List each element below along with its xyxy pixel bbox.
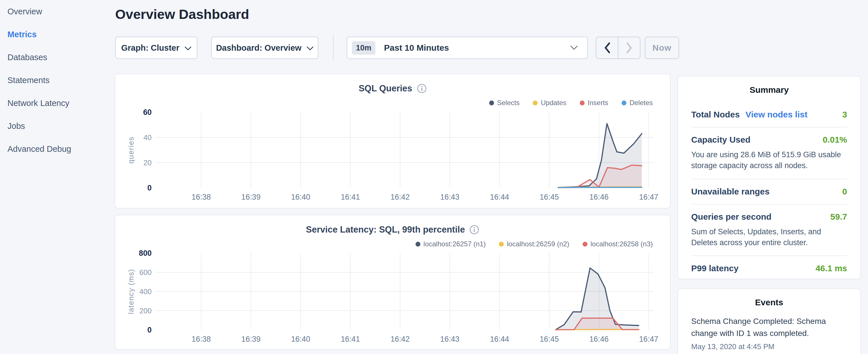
sidebar-item-advanced-debug[interactable]: Advanced Debug [0,137,115,160]
summary-row: Capacity Used0.01%You are using 28.6 MiB… [691,127,847,179]
time-range-selector[interactable]: 10m Past 10 Minutes [347,37,588,59]
y-axis-title: queries [127,136,135,164]
x-tick-label: 16:45 [539,335,559,344]
x-tick-label: 16:42 [391,335,410,344]
x-tick-label: 16:44 [490,335,509,344]
summary-value: 0 [842,187,847,196]
x-tick-label: 16:40 [291,335,310,344]
events-panel: Events Schema Change Completed: Schema c… [677,288,861,354]
sidebar-item-statements[interactable]: Statements [0,69,115,92]
x-tick-label: 16:38 [192,335,211,344]
next-timespan-button[interactable] [618,37,640,58]
summary-heading: Summary [678,76,860,95]
summary-value: 59.7 [831,212,847,222]
sidebar-item-databases[interactable]: Databases [0,46,115,69]
graph-dropdown[interactable]: Graph: Cluster [115,37,197,59]
y-tick-label: 60 [143,108,152,117]
y-tick-label: 20 [144,159,152,167]
y-tick-label: 40 [144,133,152,141]
summary-body: Total NodesView nodes list3Capacity Used… [678,95,860,281]
events-body: Schema Change Completed: Schema change w… [678,307,860,351]
summary-row: Queries per second59.7Sum of Selects, Up… [691,204,847,256]
summary-row: P99 latency46.1 ms [691,256,847,281]
service-latency-chart-panel: Service Latency: SQL, 99th percentile lo… [115,215,671,350]
x-tick-label: 16:47 [639,335,658,344]
x-tick-label: 16:39 [241,193,260,201]
event-timestamp: May 13, 2020 at 4:45 PM [691,342,847,351]
x-tick-label: 16:38 [192,193,211,201]
event-message[interactable]: Schema Change Completed: Schema change w… [691,315,847,340]
y-tick-label: 200 [139,307,152,315]
graph-dropdown-label: Graph: Cluster [121,43,179,53]
x-tick-label: 16:43 [440,193,459,201]
sidebar-item-overview[interactable]: Overview [0,0,115,23]
view-nodes-list-link[interactable]: View nodes list [745,110,807,120]
controls-divider [333,35,334,61]
sidebar: OverviewMetricsDatabasesStatementsNetwor… [0,0,115,354]
controls-bar: Graph: Cluster Dashboard: Overview 10m P… [115,37,688,59]
summary-label: Queries per second [691,212,771,222]
summary-description: Sum of Selects, Updates, Inserts, and De… [691,226,847,248]
x-tick-label: 16:45 [539,193,559,201]
x-tick-label: 16:46 [589,193,609,201]
sql-queries-chart[interactable]: 16:3816:3916:4016:4116:4216:4316:4416:45… [115,74,670,208]
summary-row: Total NodesView nodes list3 [691,102,847,127]
x-tick-label: 16:43 [440,335,459,344]
chevron-left-icon [604,42,610,53]
x-tick-label: 16:41 [341,335,360,344]
time-range-badge: 10m [352,41,375,55]
y-tick-label: 400 [139,288,152,296]
chevron-down-icon [307,46,313,51]
x-tick-label: 16:41 [341,193,360,201]
y-tick-label: 800 [139,249,152,257]
x-tick-label: 16:46 [589,335,609,344]
summary-label: Total Nodes [691,110,740,120]
x-tick-label: 16:44 [490,193,509,201]
y-tick-label: 600 [139,268,152,277]
chevron-down-icon [185,46,191,51]
sql-queries-chart-panel: SQL Queries SelectsUpdatesInsertsDeletes… [115,74,671,208]
sidebar-item-network-latency[interactable]: Network Latency [0,92,115,115]
x-tick-label: 16:40 [291,193,310,201]
chevron-right-icon [626,42,632,53]
summary-value: 3 [842,110,847,120]
sidebar-item-metrics[interactable]: Metrics [0,23,115,46]
sidebar-item-jobs[interactable]: Jobs [0,115,115,137]
time-step-buttons [596,37,641,59]
summary-label: P99 latency [691,263,739,273]
dashboard-dropdown[interactable]: Dashboard: Overview [211,37,318,59]
y-axis-title: latency (ms) [127,269,135,314]
summary-label: Capacity Used [691,135,750,144]
summary-row: Unavailable ranges0 [691,179,847,204]
previous-timespan-button[interactable] [596,37,618,58]
time-range-label: Past 10 Minutes [384,43,570,53]
summary-value: 46.1 ms [815,263,847,273]
summary-label: Unavailable ranges [691,187,769,196]
y-tick-label: 0 [147,184,152,192]
page-title: Overview Dashboard [115,6,249,22]
dashboard-dropdown-label: Dashboard: Overview [216,43,302,53]
x-tick-label: 16:42 [391,193,410,201]
summary-description: You are using 28.6 MiB of 515.9 GiB usab… [691,149,847,171]
summary-panel: Summary Total NodesView nodes list3Capac… [677,76,861,279]
y-tick-label: 0 [147,326,152,334]
x-tick-label: 16:47 [639,193,658,201]
service-latency-chart[interactable]: 16:3816:3916:4016:4116:4216:4316:4416:45… [115,215,670,349]
now-button[interactable]: Now [645,37,679,59]
x-tick-label: 16:39 [241,335,260,344]
chevron-down-icon [570,45,578,50]
summary-value: 0.01% [823,135,847,144]
events-heading: Events [678,289,860,307]
